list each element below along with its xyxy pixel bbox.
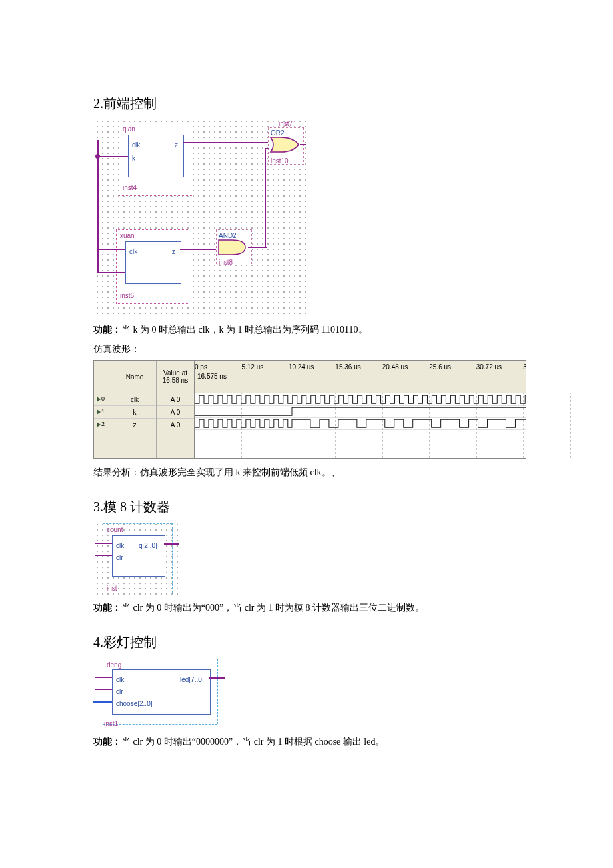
block-deng-title: deng bbox=[107, 660, 121, 670]
schematic-qian-xuan: qian clk k z inst4 OR2 inst10 inst7 xuan… bbox=[93, 117, 306, 317]
column-header-value: Value at16.58 ns bbox=[157, 361, 194, 393]
time-tick-label: 15.36 us bbox=[335, 362, 360, 372]
block-count-title: count bbox=[107, 525, 123, 535]
port-deng-choose: choose[2..0] bbox=[116, 699, 152, 709]
grid-line bbox=[570, 393, 571, 458]
feature-2: 功能：当 k 为 0 时总输出 clk，k 为 1 时总输出为序列码 11010… bbox=[93, 323, 526, 337]
page: 2.前端控制 qian clk k z inst4 OR2 inst10 ins… bbox=[0, 0, 613, 790]
analysis-text: 仿真波形完全实现了用 k 来控制前端低频 clk。、 bbox=[140, 467, 340, 477]
signal-index: 1 bbox=[101, 407, 105, 417]
port-xuan-z: z bbox=[172, 247, 175, 257]
time-ruler[interactable]: 16.575 ns 0 ps5.12 us10.24 us15.36 us20.… bbox=[195, 361, 526, 393]
inst-or2: inst10 bbox=[271, 156, 289, 166]
port-count-clk: clk bbox=[116, 541, 124, 551]
inst-xuan: inst6 bbox=[120, 291, 134, 301]
port-count-q: q[2..0] bbox=[139, 541, 157, 551]
time-tick-label: 20.48 us bbox=[382, 362, 408, 372]
port-deng-clr: clr bbox=[116, 687, 123, 697]
signal-value: A 0 bbox=[157, 419, 194, 431]
schematic-count: count clk clr q[2..0] inst bbox=[93, 521, 179, 595]
feature-label: 功能： bbox=[93, 325, 121, 335]
feature-3: 功能：当 clr 为 0 时输出为“000”，当 clr 为 1 时为模 8 计… bbox=[93, 601, 526, 615]
block-qian-title: qian bbox=[123, 124, 135, 134]
grid-line bbox=[523, 393, 524, 458]
waveform-signal-panel: 0 1 2 Name clk k z Value at16.58 ns A 0 … bbox=[94, 361, 195, 458]
port-qian-k: k bbox=[132, 153, 135, 163]
or2-gate-icon bbox=[269, 136, 301, 153]
feature-label: 功能： bbox=[93, 737, 121, 747]
feature-text-2: 当 k 为 0 时总输出 clk，k 为 1 时总输出为序列码 11010110… bbox=[121, 325, 368, 335]
heading-section3: 3.模 8 计数器 bbox=[93, 497, 526, 517]
signal-row-icon[interactable]: 2 bbox=[94, 419, 113, 431]
feature-text-3: 当 clr 为 0 时输出为“000”，当 clr 为 1 时为模 8 计数器输… bbox=[121, 603, 424, 613]
port-deng-led: led[7..0] bbox=[180, 675, 204, 685]
grid-line bbox=[476, 393, 477, 458]
inst-or2-top: inst7 bbox=[279, 119, 293, 129]
signal-name[interactable]: clk bbox=[113, 393, 156, 406]
feature-text-4: 当 clr 为 0 时输出“0000000”，当 clr 为 1 时根据 cho… bbox=[121, 737, 384, 747]
heading-section2: 2.前端控制 bbox=[93, 93, 526, 113]
feature-label: 功能： bbox=[93, 603, 121, 613]
grid-line bbox=[241, 393, 242, 458]
and2-gate-icon bbox=[217, 239, 249, 256]
port-qian-z: z bbox=[175, 140, 178, 150]
signal-value: A 0 bbox=[157, 393, 194, 406]
inst-qian: inst4 bbox=[123, 183, 137, 193]
grid-line bbox=[289, 393, 289, 458]
feature-4: 功能：当 clr 为 0 时输出“0000000”，当 clr 为 1 时根据 … bbox=[93, 735, 526, 749]
port-deng-clk: clk bbox=[116, 675, 124, 685]
time-tick-label: 25.6 us bbox=[429, 362, 451, 372]
signal-row-icon[interactable]: 1 bbox=[94, 406, 113, 419]
analysis-2: 结果分析：仿真波形完全实现了用 k 来控制前端低频 clk。、 bbox=[93, 465, 526, 479]
port-xuan-clk: clk bbox=[129, 247, 137, 257]
time-tick-label: 0 ps bbox=[195, 362, 207, 372]
signal-name[interactable]: k bbox=[113, 406, 156, 419]
signal-value: A 0 bbox=[157, 406, 194, 419]
time-tick-label: 35.84 us bbox=[523, 362, 526, 372]
block-xuan-title: xuan bbox=[120, 231, 135, 241]
signal-row-icon[interactable]: 0 bbox=[94, 393, 113, 406]
time-tick-label: 30.72 us bbox=[476, 362, 502, 372]
signal-index: 0 bbox=[101, 395, 105, 404]
grid-line bbox=[335, 393, 336, 458]
signal-index: 2 bbox=[101, 420, 105, 429]
column-header-name: Name bbox=[113, 361, 156, 393]
grid-line bbox=[429, 393, 430, 458]
time-tick-label: 10.24 us bbox=[289, 362, 314, 372]
waveform-plot-area[interactable]: 16.575 ns 0 ps5.12 us10.24 us15.36 us20.… bbox=[195, 361, 526, 458]
port-count-clr: clr bbox=[116, 553, 123, 563]
cursor-time: 16.575 ns bbox=[197, 371, 227, 381]
sim-label: 仿真波形： bbox=[93, 342, 526, 356]
inst-deng: inst1 bbox=[104, 719, 118, 729]
port-qian-clk: clk bbox=[132, 140, 140, 150]
inst-and2: inst8 bbox=[219, 257, 233, 267]
inst-count: inst bbox=[107, 583, 117, 593]
schematic-deng: deng clk clr choose[2..0] led[7..0] inst… bbox=[93, 656, 227, 729]
signal-name[interactable]: z bbox=[113, 419, 156, 431]
waveform-viewer: 0 1 2 Name clk k z Value at16.58 ns A 0 … bbox=[93, 360, 526, 459]
heading-section4: 4.彩灯控制 bbox=[93, 632, 526, 652]
time-tick-label: 5.12 us bbox=[241, 362, 263, 372]
analysis-label: 结果分析： bbox=[93, 467, 140, 477]
grid-line bbox=[382, 393, 383, 458]
